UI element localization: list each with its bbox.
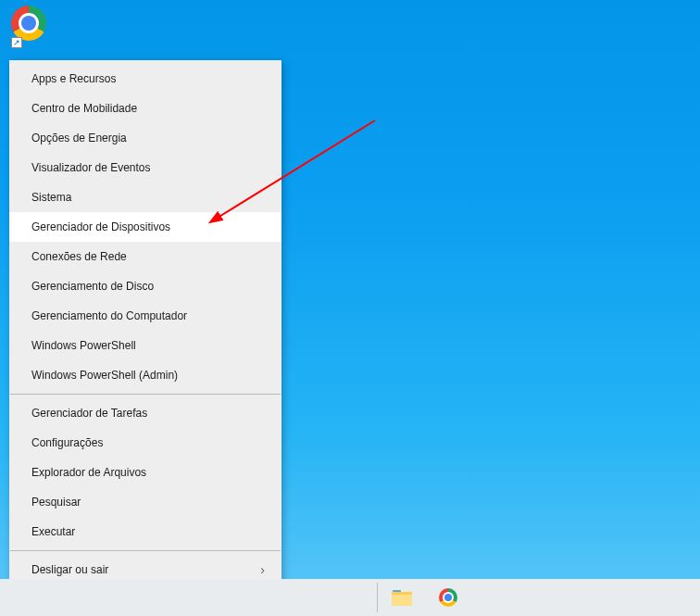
menu-item-label: Centro de Mobilidade: [31, 101, 137, 116]
menu-item-label: Apps e Recursos: [31, 71, 116, 86]
menu-item-visualizador-eventos[interactable]: Visualizador de Eventos: [9, 153, 281, 182]
menu-item-configuracoes[interactable]: Configurações: [9, 428, 281, 458]
menu-item-conexoes-rede[interactable]: Conexões de Rede: [9, 242, 281, 271]
file-explorer-icon: [392, 589, 412, 606]
menu-item-label: Gerenciamento do Computador: [31, 308, 187, 323]
menu-item-gerenciador-dispositivos[interactable]: Gerenciador de Dispositivos: [9, 212, 281, 242]
menu-item-opcoes-energia[interactable]: Opções de Energia: [9, 123, 281, 153]
menu-item-gerenciamento-computador[interactable]: Gerenciamento do Computador: [9, 301, 281, 331]
taskbar-file-explorer[interactable]: [382, 579, 421, 616]
winx-context-menu: Apps e Recursos Centro de Mobilidade Opç…: [9, 60, 281, 616]
menu-separator: [10, 394, 281, 395]
menu-item-powershell-admin[interactable]: Windows PowerShell (Admin): [9, 360, 281, 390]
menu-item-label: Executar: [31, 524, 75, 539]
taskbar-chrome[interactable]: [429, 579, 468, 616]
menu-item-pesquisar[interactable]: Pesquisar: [9, 487, 281, 517]
menu-item-label: Windows PowerShell (Admin): [31, 368, 178, 383]
menu-item-label: Conexões de Rede: [31, 249, 127, 264]
chrome-shortcut[interactable]: ↗: [11, 6, 48, 48]
menu-item-gerenciamento-disco[interactable]: Gerenciamento de Disco: [9, 271, 281, 301]
menu-item-label: Windows PowerShell: [31, 338, 136, 353]
menu-item-gerenciador-tarefas[interactable]: Gerenciador de Tarefas: [9, 398, 281, 428]
menu-item-label: Gerenciador de Tarefas: [31, 406, 147, 421]
menu-item-label: Gerenciamento de Disco: [31, 279, 154, 294]
menu-item-label: Gerenciador de Dispositivos: [31, 220, 170, 234]
menu-item-apps-recursos[interactable]: Apps e Recursos: [9, 64, 281, 94]
menu-item-sistema[interactable]: Sistema: [9, 182, 281, 212]
menu-item-executar[interactable]: Executar: [9, 517, 281, 547]
menu-item-label: Visualizador de Eventos: [31, 160, 151, 175]
menu-item-powershell[interactable]: Windows PowerShell: [9, 331, 281, 360]
menu-item-explorador-arquivos[interactable]: Explorador de Arquivos: [9, 458, 281, 487]
menu-separator: [10, 550, 281, 551]
menu-item-label: Sistema: [31, 190, 71, 205]
chrome-icon: [439, 588, 457, 607]
taskbar: [0, 579, 700, 616]
menu-item-centro-mobilidade[interactable]: Centro de Mobilidade: [9, 94, 281, 123]
shortcut-arrow-badge: ↗: [11, 37, 22, 48]
chrome-icon: [11, 6, 46, 41]
menu-item-label: Explorador de Arquivos: [31, 465, 146, 480]
chevron-right-icon: ›: [260, 562, 265, 577]
taskbar-separator: [377, 583, 378, 612]
menu-item-label: Configurações: [31, 435, 103, 450]
menu-item-label: Desligar ou sair: [31, 562, 108, 577]
menu-item-label: Opções de Energia: [31, 131, 127, 145]
menu-item-label: Pesquisar: [31, 495, 81, 509]
